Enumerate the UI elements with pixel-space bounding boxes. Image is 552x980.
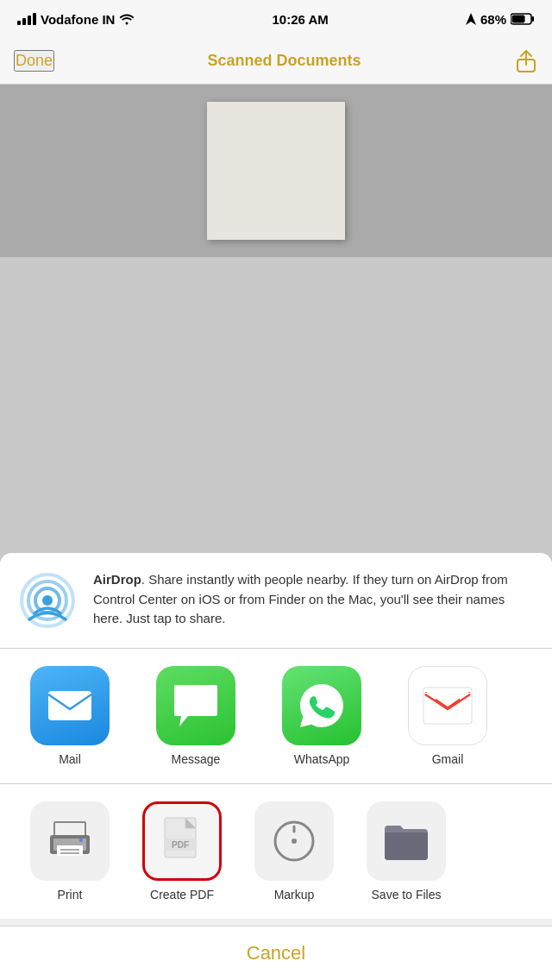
- action-item-save-to-files[interactable]: Save to Files: [350, 801, 462, 901]
- svg-point-7: [42, 595, 53, 606]
- share-button[interactable]: [514, 49, 538, 73]
- airdrop-title: AirDrop: [93, 572, 141, 587]
- status-right: 68%: [466, 12, 535, 27]
- message-app-icon: [156, 666, 235, 745]
- svg-text:PDF: PDF: [172, 840, 189, 850]
- gmail-app-icon: [408, 666, 487, 745]
- document-paper: [207, 102, 345, 240]
- app-item-gmail[interactable]: Gmail: [392, 666, 504, 766]
- print-label: Print: [58, 888, 83, 901]
- svg-rect-1: [531, 16, 534, 22]
- create-pdf-icon-box: PDF PDF: [142, 801, 222, 881]
- message-bubble-icon: [171, 683, 221, 728]
- share-icon: [516, 49, 536, 73]
- action-item-print[interactable]: Print: [14, 801, 126, 901]
- apps-row: Mail Message WhatsApp: [14, 666, 538, 766]
- create-pdf-label: Create PDF: [150, 888, 214, 901]
- signal-bars-icon: [17, 13, 36, 25]
- mail-app-icon: [30, 666, 110, 745]
- location-icon: [466, 13, 476, 25]
- battery-label: 68%: [480, 12, 506, 27]
- document-preview: [0, 85, 552, 257]
- message-label: Message: [172, 752, 221, 766]
- print-icon-box: [30, 801, 110, 881]
- share-sheet: AirDrop. Share instantly with people nea…: [0, 553, 552, 980]
- gmail-logo-icon: [422, 686, 474, 726]
- save-to-files-icon-box: [367, 801, 446, 881]
- action-item-create-pdf[interactable]: PDF PDF Create PDF: [126, 801, 238, 901]
- gmail-label: Gmail: [432, 752, 464, 766]
- markup-icon-box: [254, 801, 334, 881]
- time-label: 10:26 AM: [273, 12, 329, 27]
- action-item-markup[interactable]: Markup: [238, 801, 350, 901]
- whatsapp-logo-icon: [297, 681, 347, 731]
- app-item-message[interactable]: Message: [140, 666, 252, 766]
- wifi-icon: [119, 13, 135, 25]
- mail-label: Mail: [59, 752, 81, 766]
- nav-bar: Done Scanned Documents: [0, 38, 552, 85]
- pdf-icon: PDF PDF: [160, 816, 204, 866]
- svg-rect-18: [60, 852, 79, 854]
- actions-row: Print PDF PDF Create PDF: [14, 801, 538, 901]
- cancel-section: Cancel: [0, 926, 552, 980]
- airdrop-section: AirDrop. Share instantly with people nea…: [0, 553, 552, 649]
- airdrop-svg-icon: [17, 570, 78, 631]
- actions-section: Print PDF PDF Create PDF: [0, 784, 552, 919]
- status-bar: Vodafone IN 10:26 AM 68%: [0, 0, 552, 38]
- cancel-button[interactable]: Cancel: [247, 942, 305, 964]
- markup-label: Markup: [274, 888, 315, 901]
- folder-icon: [381, 820, 431, 862]
- save-to-files-label: Save to Files: [372, 888, 442, 901]
- svg-point-19: [79, 839, 83, 842]
- airdrop-desc-text: . Share instantly with people nearby. If…: [93, 572, 508, 625]
- svg-point-25: [292, 839, 297, 844]
- app-item-mail[interactable]: Mail: [14, 666, 126, 766]
- carrier-label: Vodafone IN: [41, 12, 115, 27]
- status-left: Vodafone IN: [17, 12, 135, 27]
- apps-section: Mail Message WhatsApp: [0, 649, 552, 784]
- svg-rect-17: [60, 849, 79, 851]
- page-title: Scanned Documents: [207, 52, 361, 70]
- print-icon: [47, 820, 93, 863]
- svg-rect-2: [511, 16, 524, 23]
- battery-icon: [511, 13, 535, 25]
- app-item-whatsapp[interactable]: WhatsApp: [266, 666, 378, 766]
- svg-rect-8: [48, 691, 91, 720]
- markup-icon: [271, 818, 317, 864]
- done-button[interactable]: Done: [14, 50, 54, 72]
- mail-envelope-icon: [47, 690, 92, 721]
- airdrop-icon: [17, 570, 78, 631]
- whatsapp-label: WhatsApp: [294, 752, 350, 766]
- airdrop-description: AirDrop. Share instantly with people nea…: [93, 570, 535, 629]
- whatsapp-app-icon: [282, 666, 361, 745]
